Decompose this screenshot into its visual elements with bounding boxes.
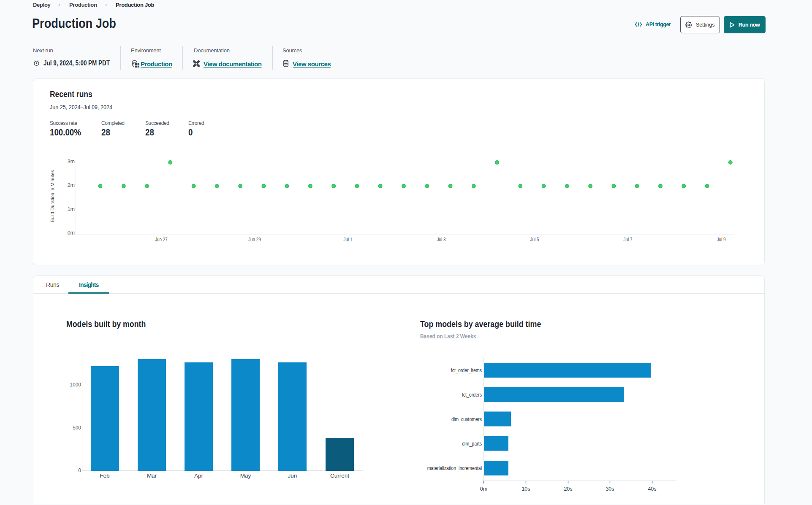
svg-text:Jul 7: Jul 7	[624, 237, 633, 243]
svg-text:1m: 1m	[68, 206, 75, 212]
svg-text:40s: 40s	[648, 486, 656, 492]
svg-text:0m: 0m	[68, 230, 75, 236]
svg-text:500: 500	[73, 425, 81, 431]
svg-text:Jun: Jun	[288, 473, 297, 479]
svg-text:10s: 10s	[521, 486, 530, 492]
svg-text:dim_parts: dim_parts	[462, 441, 482, 447]
svg-text:fct_orders: fct_orders	[462, 392, 482, 398]
svg-text:20s: 20s	[564, 486, 572, 492]
svg-text:0m: 0m	[480, 486, 487, 492]
svg-text:materialization_incremental: materialization_incremental	[427, 465, 482, 471]
svg-text:Build Duration in Minutes: Build Duration in Minutes	[50, 170, 55, 222]
svg-text:1000: 1000	[70, 382, 81, 388]
svg-text:0: 0	[78, 467, 81, 473]
svg-text:Jul 3: Jul 3	[437, 237, 446, 243]
svg-text:Jul 9: Jul 9	[717, 237, 726, 243]
svg-text:dim_customers: dim_customers	[451, 416, 482, 422]
svg-text:2m: 2m	[68, 182, 75, 188]
svg-text:Jul 1: Jul 1	[344, 237, 353, 243]
svg-text:Apr: Apr	[194, 473, 204, 479]
svg-text:fct_order_items: fct_order_items	[451, 367, 482, 373]
svg-text:Feb: Feb	[100, 473, 109, 479]
svg-text:Current: Current	[330, 473, 349, 479]
svg-text:Jun 29: Jun 29	[248, 237, 261, 243]
svg-text:Jun 27: Jun 27	[155, 237, 168, 243]
svg-text:3m: 3m	[68, 159, 75, 165]
svg-text:Mar: Mar	[147, 473, 157, 479]
svg-text:30s: 30s	[606, 486, 614, 492]
svg-text:Jul 5: Jul 5	[530, 237, 539, 243]
svg-text:May: May	[240, 473, 251, 479]
